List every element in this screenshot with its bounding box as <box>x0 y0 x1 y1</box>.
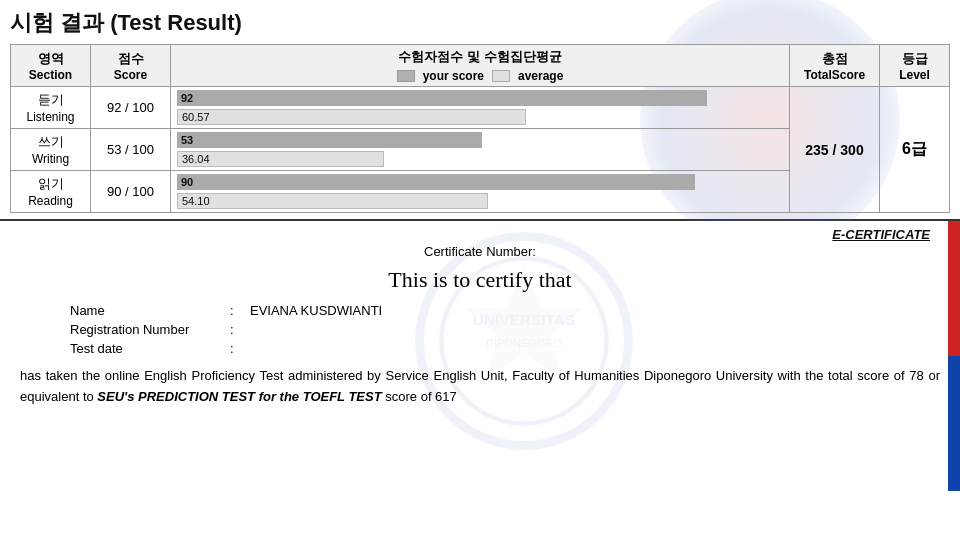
bars-cell: 92 60.57 <box>171 87 790 129</box>
result-table: 영역 Section 점수 Score 수험자점수 및 수험집단평균 your … <box>10 44 950 213</box>
cert-field-row: Test date : <box>70 341 950 356</box>
page-title: 시험 결과 (Test Result) <box>10 8 950 38</box>
header-total: 총점 TotalScore <box>790 45 880 87</box>
field-colon: : <box>230 322 250 337</box>
score-cell: 92 / 100 <box>91 87 171 129</box>
cert-number-line: Certificate Number: <box>10 244 950 259</box>
header-score: 점수 Score <box>91 45 171 87</box>
cert-fields: Name : EVIANA KUSDWIANTI Registration Nu… <box>70 303 950 356</box>
section-cell: 듣기Listening <box>11 87 91 129</box>
field-colon: : <box>230 341 250 356</box>
your-score-legend-box <box>397 70 415 82</box>
field-value: EVIANA KUSDWIANTI <box>250 303 382 318</box>
cert-field-row: Name : EVIANA KUSDWIANTI <box>70 303 950 318</box>
section-cell: 읽기Reading <box>11 171 91 213</box>
field-label: Registration Number <box>70 322 230 337</box>
field-label: Test date <box>70 341 230 356</box>
cert-body-italic: SEU's PREDICTION TEST for the TOEFL TEST <box>97 389 381 404</box>
header-section: 영역 Section <box>11 45 91 87</box>
score-legend: your score average <box>177 69 783 83</box>
ecert-label: E-CERTIFICATE <box>10 227 950 242</box>
field-label: Name <box>70 303 230 318</box>
total-score-cell: 235 / 300 <box>790 87 880 213</box>
test-result-section: 시험 결과 (Test Result) 영역 Section 점수 Score … <box>0 0 960 221</box>
score-cell: 53 / 100 <box>91 129 171 171</box>
cert-title: This is to certify that <box>10 267 950 293</box>
cert-body: has taken the online English Proficiency… <box>20 366 940 408</box>
cert-field-row: Registration Number : <box>70 322 950 337</box>
header-bars: 수험자점수 및 수험집단평균 your score average <box>171 45 790 87</box>
red-stripe <box>948 221 960 491</box>
certificate-section: UNIVERSITAS DIPONEGORO E-CERTIFICATE Cer… <box>0 221 960 491</box>
section-cell: 쓰기Writing <box>11 129 91 171</box>
header-level: 등급 Level <box>880 45 950 87</box>
score-cell: 90 / 100 <box>91 171 171 213</box>
cert-body-text2: score of 617 <box>382 389 457 404</box>
level-cell: 6급 <box>880 87 950 213</box>
field-colon: : <box>230 303 250 318</box>
avg-score-legend-box <box>492 70 510 82</box>
bars-cell: 53 36.04 <box>171 129 790 171</box>
bars-cell: 90 54.10 <box>171 171 790 213</box>
